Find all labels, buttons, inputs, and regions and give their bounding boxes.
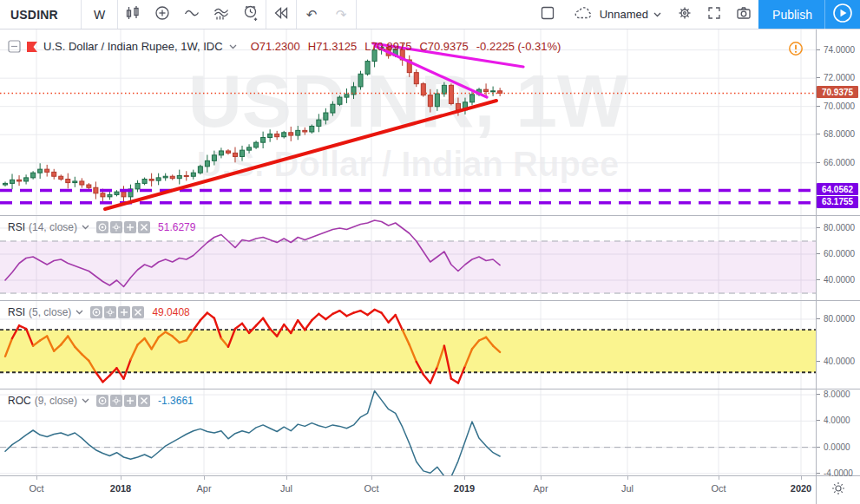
chevron-down-icon[interactable] [75, 310, 83, 315]
axis-tick-label: 8.0000 [824, 389, 850, 399]
axis-tick-label: 40.0000 [824, 357, 855, 366]
layout-select-button[interactable] [530, 0, 565, 29]
save-layout-button[interactable]: Unnamed [565, 0, 670, 29]
rsi5-axis[interactable]: 80.000040.0000 [816, 301, 860, 389]
time-tick [371, 476, 372, 480]
chart-style-button[interactable] [118, 0, 148, 29]
indicator-value: -1.3661 [158, 395, 194, 407]
layout-name-label: Unnamed [600, 8, 648, 21]
symbol-button[interactable]: USDINR [0, 0, 81, 29]
time-axis[interactable]: Oct2018AprJulOct2019AprJulOct2020 [0, 475, 860, 504]
indicator-params: (9, close) [35, 395, 77, 407]
time-tick-label: Apr [533, 483, 548, 494]
time-tick-label: 2019 [454, 483, 475, 494]
publish-divider [824, 0, 825, 29]
time-tick [36, 476, 37, 480]
indicator-visibility-button[interactable] [96, 395, 108, 407]
layout-square-icon [539, 4, 556, 24]
chevron-down-icon[interactable] [229, 44, 237, 49]
axis-tick-label: 72.0000 [824, 73, 855, 82]
roc-axis[interactable]: 8.00004.00000.0000-4.0000 [816, 389, 860, 475]
symbol-legend: U.S. Dollar / Indian Rupee, 1W, IDC O71.… [8, 40, 561, 53]
data-warning-icon[interactable] [788, 41, 804, 56]
indicator-name[interactable]: RSI [8, 306, 25, 318]
price-axis[interactable]: 74.000072.000070.000068.000066.000070.93… [816, 29, 860, 215]
alert-button[interactable] [236, 0, 266, 29]
close-value: C70.9375 [419, 40, 468, 53]
play-circle-icon [832, 3, 853, 26]
indicators-button[interactable] [177, 0, 207, 29]
high-value: H71.3125 [308, 40, 357, 53]
chevron-down-icon[interactable] [82, 398, 89, 403]
time-tick-label: Jul [280, 483, 292, 494]
time-tick-label: 2018 [110, 483, 131, 494]
publish-button[interactable]: Publish [772, 8, 824, 22]
axis-tick-label: 40.0000 [824, 275, 855, 285]
chevron-down-icon[interactable] [82, 225, 89, 230]
symbol-title[interactable]: U.S. Dollar / Indian Rupee, 1W, IDC [43, 40, 223, 53]
indicator-remove-button[interactable] [138, 395, 150, 407]
axis-tick-label: 4.0000 [824, 416, 850, 425]
interval-button[interactable]: W [82, 0, 117, 29]
indicator-settings-button[interactable] [110, 221, 122, 233]
indicator-name[interactable]: RSI [8, 221, 25, 233]
axis-tick-label: 74.0000 [824, 45, 855, 55]
price-chart-canvas[interactable] [0, 29, 816, 215]
chart-properties-button[interactable] [670, 0, 699, 29]
axis-tick-label: -4.0000 [824, 468, 853, 478]
rsi5-legend: RSI (5, close) 49.0408 [8, 306, 190, 318]
time-tick-label: Apr [196, 483, 211, 494]
rsi14-axis[interactable]: 80.000060.000040.0000 [816, 216, 860, 300]
time-tick [627, 476, 628, 480]
trading-chart-app: USDINR W ↶ ↷ [0, 0, 860, 504]
indicator-visibility-button[interactable] [90, 306, 102, 318]
time-axis-scale[interactable]: Oct2018AprJulOct2019AprJulOct2020 [0, 476, 816, 504]
time-tick [286, 476, 287, 480]
time-tick [541, 476, 542, 480]
open-value: O71.2300 [251, 40, 300, 53]
redo-button[interactable]: ↷ [326, 0, 356, 29]
time-tick [204, 476, 205, 480]
indicator-add-button[interactable] [124, 221, 136, 233]
snapshot-button[interactable] [729, 0, 758, 29]
data-provider-logo-icon [27, 42, 37, 52]
indicator-visibility-button[interactable] [96, 221, 108, 233]
indicator-templates-button[interactable] [207, 0, 236, 29]
indicator-name[interactable]: ROC [8, 395, 31, 407]
replay-button[interactable] [266, 0, 296, 29]
roc-legend: ROC (9, close) -1.3661 [8, 395, 194, 407]
time-tick [464, 476, 465, 480]
undo-button[interactable]: ↶ [297, 0, 326, 29]
indicator-remove-button[interactable] [138, 221, 150, 233]
roc-pane: ROC (9, close) -1.3661 8.00004.00000.000… [0, 389, 860, 475]
time-tick [719, 476, 719, 480]
indicator-settings-button[interactable] [110, 395, 122, 407]
rewind-icon [272, 4, 290, 24]
time-tick [121, 476, 121, 480]
indicator-remove-button[interactable] [132, 306, 144, 318]
axis-tick-label: 66.0000 [824, 158, 855, 167]
alarm-clock-plus-icon [242, 4, 259, 24]
compare-button[interactable] [148, 0, 177, 29]
collapse-pane-icon[interactable] [8, 40, 21, 53]
time-settings-icon[interactable] [831, 481, 845, 499]
indicator-settings-button[interactable] [104, 306, 116, 318]
publish-menu-button[interactable] [832, 3, 853, 26]
indicator-add-button[interactable] [124, 395, 136, 407]
gear-icon [676, 4, 693, 24]
indicator-value: 49.0408 [152, 306, 189, 318]
fullscreen-button[interactable] [699, 0, 729, 29]
chart-area: USDINR, 1W U.S. Dollar / Indian Rupee U.… [0, 29, 860, 504]
waves-bars-icon [213, 4, 230, 24]
indicator-add-button[interactable] [118, 306, 130, 318]
axis-tick-label: 80.0000 [824, 223, 855, 232]
expand-icon [706, 4, 723, 24]
axis-tick-label: 0.0000 [824, 442, 850, 452]
low-value: L70.8975 [364, 40, 411, 53]
cloud-icon [574, 5, 594, 23]
time-axis-corner [816, 476, 860, 504]
undo-icon: ↶ [306, 7, 318, 23]
axis-tick-label: 68.0000 [824, 129, 855, 139]
axis-tick-label: 60.0000 [824, 249, 855, 259]
compare-plus-icon [154, 4, 171, 24]
